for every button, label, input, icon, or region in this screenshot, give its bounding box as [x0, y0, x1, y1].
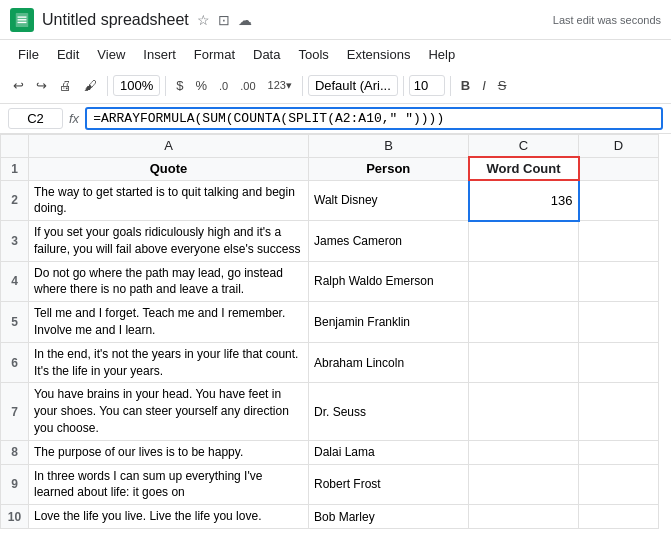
cell-word-count[interactable]: 136 [469, 180, 579, 221]
menu-insert[interactable]: Insert [135, 44, 184, 65]
cell-word-count[interactable] [469, 464, 579, 505]
paint-format-button[interactable]: 🖌 [79, 75, 102, 96]
header-person[interactable]: Person [309, 157, 469, 180]
corner-header [1, 135, 29, 158]
col-header-b[interactable]: B [309, 135, 469, 158]
strikethrough-button[interactable]: S [493, 75, 512, 96]
spreadsheet-title[interactable]: Untitled spreadsheet [42, 11, 189, 29]
print-button[interactable]: 🖨 [54, 75, 77, 96]
row-header-1[interactable]: 1 [1, 157, 29, 180]
cell-person[interactable]: Robert Frost [309, 464, 469, 505]
formula-input[interactable]: =ARRAYFORMULA(SUM(COUNTA(SPLIT(A2:A10," … [85, 107, 663, 130]
cell-reference[interactable]: C2 [8, 108, 63, 129]
undo-button[interactable]: ↩ [8, 75, 29, 96]
table-row: 3If you set your goals ridiculously high… [1, 221, 659, 262]
col-header-c[interactable]: C [469, 135, 579, 158]
menu-extensions[interactable]: Extensions [339, 44, 419, 65]
menu-edit[interactable]: Edit [49, 44, 87, 65]
star-icon[interactable]: ☆ [197, 12, 210, 28]
cell-quote[interactable]: In three words I can sum up everything I… [29, 464, 309, 505]
percent-button[interactable]: % [190, 75, 212, 96]
cell-person[interactable]: Dalai Lama [309, 440, 469, 464]
cell-quote[interactable]: The purpose of our lives is to be happy. [29, 440, 309, 464]
cell-d[interactable] [579, 440, 659, 464]
cell-word-count[interactable] [469, 383, 579, 440]
currency-button[interactable]: $ [171, 75, 188, 96]
italic-button[interactable]: I [477, 75, 491, 96]
edit-info: Last edit was seconds [553, 14, 661, 26]
menu-file[interactable]: File [10, 44, 47, 65]
table-row: 5Tell me and I forget. Teach me and I re… [1, 302, 659, 343]
row-header-7[interactable]: 7 [1, 383, 29, 440]
cell-word-count[interactable] [469, 342, 579, 383]
svg-rect-2 [18, 19, 27, 20]
row-header-3[interactable]: 3 [1, 221, 29, 262]
sheets-logo [10, 8, 34, 32]
cell-quote[interactable]: You have brains in your head. You have f… [29, 383, 309, 440]
cell-d[interactable] [579, 261, 659, 302]
cell-d[interactable] [579, 302, 659, 343]
table-row: 2The way to get started is to quit talki… [1, 180, 659, 221]
cell-person[interactable]: Dr. Seuss [309, 383, 469, 440]
cell-d[interactable] [579, 505, 659, 529]
cell-quote[interactable]: The way to get started is to quit talkin… [29, 180, 309, 221]
svg-rect-1 [18, 16, 27, 17]
data-table: A B C D 1 Quote Person Word Count 2The w… [0, 134, 659, 529]
col-header-d[interactable]: D [579, 135, 659, 158]
cell-person[interactable]: James Cameron [309, 221, 469, 262]
col-header-a[interactable]: A [29, 135, 309, 158]
cell-word-count[interactable] [469, 221, 579, 262]
row-header-6[interactable]: 6 [1, 342, 29, 383]
font-size-selector[interactable]: 10 [409, 75, 445, 96]
cell-d[interactable] [579, 464, 659, 505]
cell-person[interactable]: Bob Marley [309, 505, 469, 529]
row-header-5[interactable]: 5 [1, 302, 29, 343]
cell-word-count[interactable] [469, 261, 579, 302]
cell-d[interactable] [579, 180, 659, 221]
menu-help[interactable]: Help [420, 44, 463, 65]
redo-button[interactable]: ↪ [31, 75, 52, 96]
cell-d[interactable] [579, 221, 659, 262]
cell-person[interactable]: Abraham Lincoln [309, 342, 469, 383]
drive-icon[interactable]: ⊡ [218, 12, 230, 28]
row-header-2[interactable]: 2 [1, 180, 29, 221]
cell-person[interactable]: Walt Disney [309, 180, 469, 221]
cell-d[interactable] [579, 383, 659, 440]
header-quote[interactable]: Quote [29, 157, 309, 180]
menu-view[interactable]: View [89, 44, 133, 65]
row-header-9[interactable]: 9 [1, 464, 29, 505]
font-selector[interactable]: Default (Ari... [308, 75, 398, 96]
dec1-button[interactable]: .0 [214, 77, 233, 95]
row-header-8[interactable]: 8 [1, 440, 29, 464]
row-header-10[interactable]: 10 [1, 505, 29, 529]
header-word-count[interactable]: Word Count [469, 157, 579, 180]
cell-word-count[interactable] [469, 505, 579, 529]
table-row: 7You have brains in your head. You have … [1, 383, 659, 440]
number-format-button[interactable]: 123▾ [263, 76, 297, 95]
cell-person[interactable]: Benjamin Franklin [309, 302, 469, 343]
formula-bar: C2 fx =ARRAYFORMULA(SUM(COUNTA(SPLIT(A2:… [0, 104, 671, 134]
menu-tools[interactable]: Tools [290, 44, 336, 65]
cell-word-count[interactable] [469, 440, 579, 464]
zoom-selector[interactable]: 100% [113, 75, 160, 96]
cell-quote[interactable]: In the end, it's not the years in your l… [29, 342, 309, 383]
cell-quote[interactable]: Tell me and I forget. Teach me and I rem… [29, 302, 309, 343]
cell-d[interactable] [579, 342, 659, 383]
cell-quote[interactable]: Love the life you live. Live the life yo… [29, 505, 309, 529]
cloud-icon[interactable]: ☁ [238, 12, 252, 28]
bold-button[interactable]: B [456, 75, 475, 96]
menu-bar: File Edit View Insert Format Data Tools … [0, 40, 671, 68]
menu-data[interactable]: Data [245, 44, 288, 65]
cell-quote[interactable]: Do not go where the path may lead, go in… [29, 261, 309, 302]
cell-person[interactable]: Ralph Waldo Emerson [309, 261, 469, 302]
separator-1 [107, 76, 108, 96]
menu-format[interactable]: Format [186, 44, 243, 65]
cell-quote[interactable]: If you set your goals ridiculously high … [29, 221, 309, 262]
row-header-4[interactable]: 4 [1, 261, 29, 302]
dec2-button[interactable]: .00 [235, 77, 260, 95]
cell-word-count[interactable] [469, 302, 579, 343]
separator-5 [450, 76, 451, 96]
table-row: 6In the end, it's not the years in your … [1, 342, 659, 383]
separator-3 [302, 76, 303, 96]
fx-label: fx [69, 111, 79, 126]
